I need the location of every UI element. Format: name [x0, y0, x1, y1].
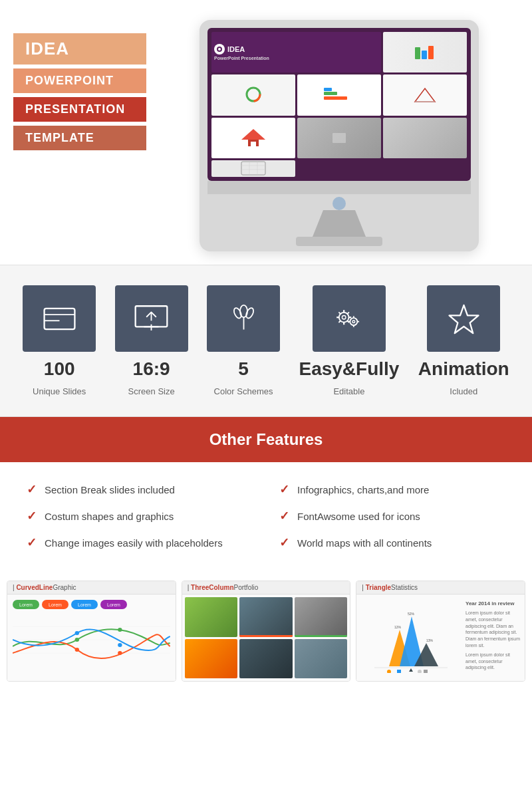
slide-house — [211, 118, 295, 158]
features-title: Other Features — [13, 430, 519, 449]
portfolio-img-3 — [295, 597, 348, 637]
portfolio-img-6 — [295, 639, 348, 679]
stats-description: Lorem ipsum dolor sit amet, consectetur … — [466, 610, 522, 649]
preview-card-header-1: | CurvedLineGraphic — [7, 581, 176, 595]
stat-color-schemes: 5 Color Schemes — [207, 285, 280, 396]
check-icon-2: ✓ — [279, 482, 289, 497]
preview-card-curved: | CurvedLineGraphic Lorem Lorem Lorem Lo… — [7, 581, 176, 682]
stat-number-screen: 16:9 — [133, 358, 170, 380]
monitor-bottom — [207, 181, 471, 251]
slide-photo — [297, 118, 381, 158]
stat-editable: Easy&Fully Editable — [299, 285, 399, 396]
svg-point-54 — [118, 643, 122, 647]
feature-text-3: Costum shapes and graphics — [45, 511, 174, 522]
preview-body-3: 12% 52% 13% Year 2014 in review Lorem ip… — [356, 595, 525, 681]
svg-rect-60 — [397, 670, 401, 673]
stat-number-editable: Easy&Fully — [299, 358, 399, 380]
svg-rect-7 — [324, 88, 332, 91]
stat-unique-slides: 100 Unique Slides — [23, 285, 96, 396]
portfolio-img-2 — [239, 597, 293, 637]
stats-description-2: Lorem ipsum dolor sit amet, consectetur … — [466, 652, 522, 671]
monitor-screen: IDEA PowerPoint Presentation — [207, 28, 471, 181]
preview-card-triangle: | TriangleStatistics — [356, 581, 525, 682]
curved-line-chart — [13, 613, 170, 666]
check-icon-4: ✓ — [279, 509, 289, 523]
svg-point-52 — [118, 628, 122, 632]
gear-icon — [331, 301, 367, 337]
svg-line-40 — [348, 312, 350, 314]
preview-card-portfolio: | ThreeColumnPortfolio — [182, 581, 351, 682]
svg-rect-0 — [415, 47, 420, 59]
feature-text-4: FontAwsome used for icons — [297, 511, 420, 522]
svg-marker-10 — [241, 129, 265, 140]
svg-rect-6 — [324, 96, 347, 100]
slide-main: IDEA PowerPoint Presentation — [211, 32, 381, 72]
svg-rect-1 — [422, 51, 427, 59]
stat-label-editable: Editable — [333, 386, 364, 396]
svg-rect-63 — [424, 670, 428, 673]
svg-point-49 — [75, 638, 79, 642]
unique-slides-icon-box — [23, 285, 96, 352]
svg-rect-13 — [241, 162, 265, 175]
svg-text:12%: 12% — [394, 625, 402, 629]
svg-point-28 — [245, 307, 255, 319]
slide-info — [383, 74, 467, 115]
svg-rect-2 — [428, 46, 434, 59]
features-list: ✓ Section Break slides included ✓ Infogr… — [0, 462, 532, 570]
features-header: Other Features — [0, 417, 532, 462]
feature-item-5: ✓ Change images easily with placeholders — [27, 535, 253, 550]
portfolio-img-1 — [185, 597, 238, 637]
hero-section: IDEA POWERPOINT PRESENTATION TEMPLATE ID… — [0, 0, 532, 265]
monitor-wrap: IDEA PowerPoint Presentation — [160, 20, 519, 251]
check-icon-5: ✓ — [27, 535, 37, 550]
svg-rect-5 — [324, 92, 337, 95]
pen-icon — [225, 301, 262, 337]
portfolio-img-4 — [185, 639, 238, 679]
preview-body-2 — [182, 595, 350, 681]
preview-section: | CurvedLineGraphic Lorem Lorem Lorem Lo… — [0, 570, 532, 692]
svg-text:13%: 13% — [426, 638, 434, 642]
svg-point-31 — [350, 318, 358, 325]
stat-number-animation: Animation — [418, 358, 509, 380]
stat-label-screen: Screen Size — [128, 386, 175, 396]
tag-presentation: PRESENTATION — [13, 97, 146, 122]
feature-text-6: World maps with all continents — [297, 537, 432, 549]
stat-number-colors: 5 — [238, 358, 249, 380]
legend-dot-4: Lorem — [100, 600, 127, 609]
preview-header-bold-3: Triangle — [366, 584, 391, 591]
feature-item-3: ✓ Costum shapes and graphics — [27, 509, 253, 523]
legend-dot-1: Lorem — [13, 600, 39, 609]
legend-dot-3: Lorem — [71, 600, 98, 609]
screen-size-icon-box — [115, 285, 188, 352]
color-schemes-icon-box — [207, 285, 280, 352]
year-label: Year 2014 in review — [466, 600, 522, 608]
svg-point-32 — [352, 320, 355, 323]
preview-body-1: Lorem Lorem Lorem Lorem — [7, 595, 176, 681]
monitor: IDEA PowerPoint Presentation — [200, 20, 479, 251]
check-icon-6: ✓ — [279, 535, 289, 550]
svg-marker-45 — [449, 305, 478, 332]
preview-card-header-3: | TriangleStatistics — [356, 581, 525, 595]
card-icon — [41, 301, 78, 337]
stat-label-colors: Color Schemes — [214, 386, 273, 396]
svg-marker-61 — [409, 668, 413, 672]
check-icon-3: ✓ — [27, 509, 37, 523]
editable-icon-box — [313, 285, 386, 352]
svg-point-62 — [418, 670, 422, 673]
svg-point-27 — [232, 307, 242, 319]
star-icon — [446, 301, 482, 337]
svg-point-51 — [75, 631, 79, 635]
svg-point-59 — [387, 670, 391, 673]
legend-dots-1: Lorem Lorem Lorem Lorem — [13, 600, 170, 609]
title-block: IDEA POWERPOINT PRESENTATION TEMPLATE — [13, 33, 146, 150]
preview-header-bold-1: CurvedLine — [16, 584, 53, 591]
svg-point-50 — [75, 648, 79, 652]
feature-item-1: ✓ Section Break slides included — [27, 482, 253, 497]
feature-item-2: ✓ Infographics, charts,and more — [279, 482, 505, 497]
slide-bar — [297, 74, 381, 115]
svg-rect-12 — [251, 142, 256, 146]
tag-template: TEMPLATE — [13, 126, 146, 150]
feature-text-2: Infographics, charts,and more — [297, 484, 429, 495]
svg-point-53 — [118, 651, 122, 655]
animation-icon-box — [427, 285, 500, 352]
